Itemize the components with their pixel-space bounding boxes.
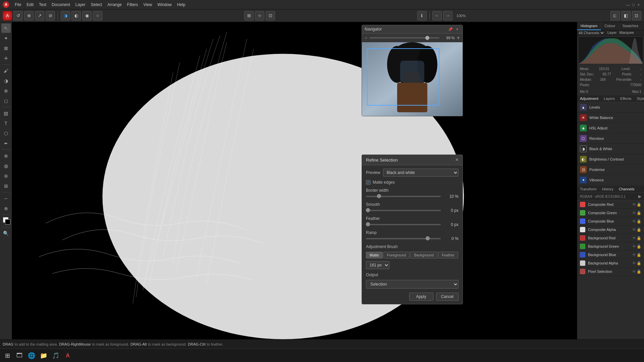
toolbar-redo[interactable]: ⊕ [24,11,34,20]
toolbar-grid[interactable]: ⊞ [244,11,254,20]
menu-view[interactable]: View [141,2,155,8]
channel-composite-blue[interactable]: Composite Blue 👁 🔒 [577,217,644,226]
adj-recolour[interactable]: ⬡ Recolour [577,133,644,144]
toolbar-export[interactable]: ↗ [35,11,44,20]
adj-tab-adjustment[interactable]: Adjustment [577,95,601,102]
tool-text[interactable]: T [1,119,11,128]
toolbar-guides[interactable]: ⊡ [266,11,275,20]
toolbar-zoom-prev[interactable]: ← [432,11,442,20]
channel-bg-green[interactable]: Background Green 👁 🔒 [577,242,644,251]
feather-slider[interactable] [366,224,441,225]
channel-eye-icon-8[interactable]: 👁 [632,261,636,265]
tool-paint[interactable]: 🖌 [1,66,11,75]
channel-composite-red[interactable]: Composite Red 👁 🔒 [577,200,644,209]
channel-lock-icon-4[interactable]: 🔒 [637,228,641,232]
zoom-out-btn[interactable]: − [365,35,367,41]
toolbar-mode2[interactable]: ◐ [71,11,81,20]
menu-edit[interactable]: Edit [24,2,36,8]
toolbar-pinicon[interactable]: ⊡ [632,11,641,20]
border-width-slider[interactable] [366,196,441,197]
toolbar-view1[interactable]: ⊏ [610,11,620,20]
taskbar-browser[interactable]: 🌐 [25,350,38,362]
channel-lock-icon-9[interactable]: 🔒 [637,269,641,274]
tab-histogram[interactable]: Histogram [577,22,601,30]
menu-select[interactable]: Select [88,2,105,8]
channel-eye-icon-5[interactable]: 👁 [632,236,636,240]
tool-fill[interactable]: ▨ [1,109,11,118]
channel-composite-green[interactable]: Composite Green 👁 🔒 [577,209,644,217]
tool-magnify[interactable]: 🔍 [1,229,11,238]
adj-tab-layers[interactable]: Layers [601,95,618,102]
channel-lock-icon-8[interactable]: 🔒 [637,261,641,265]
channel-lock-icon-5[interactable]: 🔒 [637,236,641,240]
canvas-area[interactable]: Navigator 📌 × − 99 % + [12,22,577,339]
tool-dodge[interactable]: ◑ [1,76,11,85]
tool-cursor[interactable]: ↖ [1,23,11,33]
brush-size-select[interactable]: 161 px [366,261,389,269]
channels-tab-channels[interactable]: Channels [616,186,637,192]
ramp-slider[interactable] [366,238,441,239]
adj-posterise[interactable]: ⊡ Posterise [577,165,644,175]
menu-layer[interactable]: Layer [73,2,88,8]
toolbar-undo[interactable]: ↺ [13,11,23,20]
preview-select[interactable]: Black and white [383,169,459,177]
toolbar-mode3[interactable]: ◉ [82,11,92,20]
channels-expand[interactable]: ▶ [638,194,641,199]
adj-tab-effects[interactable]: Effects [618,95,634,102]
navigator-preview[interactable] [362,42,463,116]
taskbar-media[interactable]: 🎵 [50,350,62,362]
tab-swatches[interactable]: Swatches [619,22,642,30]
zoom-slider[interactable] [369,37,439,39]
adj-black-white[interactable]: ◑ Black & White [577,144,644,154]
brush-tab-foreground[interactable]: Foreground [383,252,410,258]
channel-eye-icon-2[interactable]: 👁 [632,211,636,215]
brush-tab-feather[interactable]: Feather [438,252,458,258]
channel-lock-icon[interactable]: 🔒 [637,202,641,207]
channel-eye-icon[interactable]: 👁 [632,202,636,207]
taskbar-affinity[interactable]: A [62,350,74,362]
tool-pen[interactable]: ✒ [1,139,11,148]
toolbar-studio[interactable]: ◧ [621,11,631,20]
adj-levels[interactable]: ▲ Levels [577,102,644,113]
apply-button[interactable]: Apply [409,293,433,301]
adj-hsl[interactable]: ◈ HSL Adjust [577,123,644,133]
channels-tab-history[interactable]: History [599,186,616,192]
output-select[interactable]: Selection [366,280,459,289]
menu-text[interactable]: Text [36,2,49,8]
tab-colour[interactable]: Colour [601,22,619,30]
toolbar-mode1[interactable]: ◑ [61,11,70,20]
menu-file[interactable]: File [12,2,24,8]
tool-liquify[interactable]: ⊛ [1,171,11,181]
channel-eye-icon-9[interactable]: 👁 [632,269,636,274]
toolbar-share[interactable]: ⊘ [46,11,55,20]
channel-lock-icon-7[interactable]: 🔒 [637,253,641,257]
matte-edges-checkbox[interactable]: ✓ [366,180,371,185]
channel-lock-icon-3[interactable]: 🔒 [637,219,641,224]
tool-erase[interactable]: ◻ [1,96,11,106]
tool-node[interactable]: ✦ [1,34,11,43]
tool-zoom[interactable]: ⊕ [1,204,11,213]
channel-bg-alpha[interactable]: Background Alpha 👁 🔒 [577,259,644,267]
toolbar-snap[interactable]: ⊹ [255,11,264,20]
menu-help[interactable]: Help [174,2,188,8]
channel-bg-blue[interactable]: Background Blue 👁 🔒 [577,251,644,259]
toolbar-mode4[interactable]: ○ [93,11,102,20]
tool-crop[interactable]: ⊠ [1,44,11,53]
tool-gradient[interactable]: ⊗ [1,151,11,161]
channels-select[interactable]: All Channels [577,31,605,35]
channel-pixel-selection[interactable]: Pixel Selection 👁 🔒 [577,267,644,276]
channel-lock-icon-2[interactable]: 🔒 [637,211,641,215]
adj-tab-styles[interactable]: Styles [634,95,644,102]
channel-composite-alpha[interactable]: Composite Alpha 👁 🔒 [577,226,644,234]
channel-eye-icon-4[interactable]: 👁 [632,228,636,232]
channel-bg-red[interactable]: Background Red 👁 🔒 [577,234,644,242]
tool-colors[interactable] [1,216,11,226]
adj-vibrance[interactable]: ✦ Vibrance [577,175,644,185]
zoom-in-btn[interactable]: + [457,35,460,41]
window-maximize[interactable]: □ [631,2,636,7]
menu-document[interactable]: Document [49,2,73,8]
channels-tab-transform[interactable]: Transform [577,186,599,192]
cancel-button[interactable]: Cancel [436,293,459,301]
taskbar-task-view[interactable]: 🗔 [13,350,25,362]
tool-move[interactable]: ✛ [1,54,11,63]
